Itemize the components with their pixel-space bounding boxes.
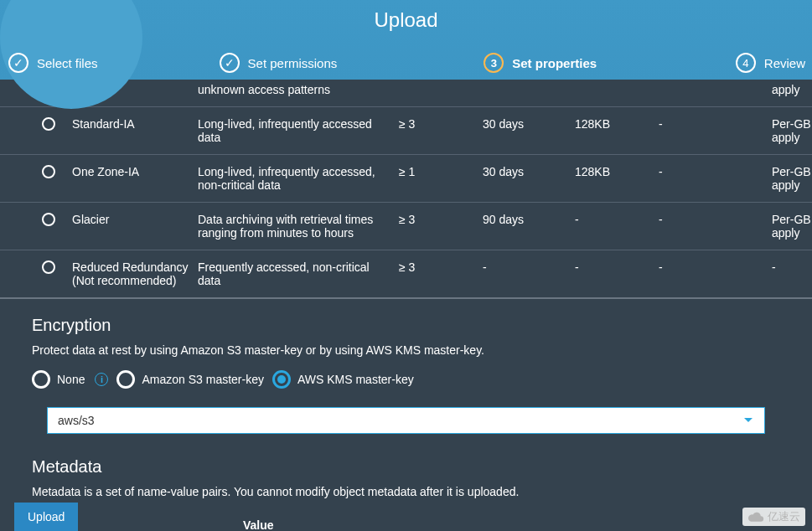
step-review[interactable]: 4 Review: [736, 53, 805, 73]
header: Upload Select files Set permissions 3 Se…: [0, 0, 812, 80]
storage-desc: Long-lived, infrequently accessed data: [198, 107, 399, 155]
encryption-s3[interactable]: Amazon S3 master-key: [116, 370, 264, 389]
storage-class-table: unknown access patterns apply Standard-I…: [0, 80, 812, 299]
storage-desc: Long-lived, infrequently accessed, non-c…: [198, 155, 399, 203]
step-number: 4: [736, 53, 756, 73]
step-select-files[interactable]: Select files: [8, 53, 98, 73]
info-icon[interactable]: i: [95, 373, 108, 386]
step-set-permissions[interactable]: Set permissions: [220, 53, 338, 73]
radio-icon: [32, 370, 50, 389]
watermark: 亿速云: [742, 508, 805, 526]
wizard-steps: Select files Set permissions 3 Set prope…: [0, 53, 812, 73]
option-label: AWS KMS master-key: [297, 373, 414, 386]
step-label: Select files: [37, 56, 98, 70]
step-label: Set permissions: [248, 56, 338, 70]
storage-name: One Zone-IA: [55, 155, 198, 203]
encryption-section: Encryption Protect data at rest by using…: [0, 299, 812, 434]
check-icon: [8, 53, 28, 73]
metadata-header-row: Header Value: [32, 512, 780, 531]
encryption-desc: Protect data at rest by using Amazon S3 …: [32, 343, 780, 357]
radio-icon[interactable]: [42, 165, 55, 178]
content-panel: unknown access patterns apply Standard-I…: [0, 80, 812, 531]
metadata-title: Metadata: [32, 457, 780, 477]
col-value: Value: [243, 518, 274, 531]
step-label: Set properties: [512, 56, 597, 70]
check-icon: [220, 53, 240, 73]
table-row[interactable]: Reduced Redundancy (Not recommended) Fre…: [0, 250, 812, 299]
step-set-properties[interactable]: 3 Set properties: [484, 53, 597, 73]
page-title: Upload: [0, 0, 812, 32]
metadata-section: Metadata Metadata is a set of name-value…: [0, 434, 812, 531]
storage-name: Glacier: [55, 203, 198, 250]
kms-key-dropdown[interactable]: aws/s3: [47, 407, 765, 434]
cloud-icon: [747, 511, 764, 523]
step-number: 3: [484, 53, 504, 73]
storage-name: Reduced Redundancy (Not recommended): [55, 250, 198, 299]
upload-button[interactable]: Upload: [14, 503, 78, 531]
storage-desc: Data archiving with retrieval times rang…: [198, 203, 399, 250]
dropdown-value: aws/s3: [58, 414, 95, 427]
encryption-none[interactable]: None i: [32, 370, 108, 389]
step-label: Review: [764, 56, 805, 70]
radio-icon[interactable]: [42, 213, 55, 226]
metadata-desc: Metadata is a set of name-value pairs. Y…: [32, 485, 780, 498]
option-label: Amazon S3 master-key: [142, 373, 264, 386]
radio-selected-icon: [272, 370, 291, 389]
radio-icon: [116, 370, 135, 389]
table-row[interactable]: Glacier Data archiving with retrieval ti…: [0, 203, 812, 250]
radio-icon[interactable]: [42, 117, 55, 131]
radio-icon[interactable]: [42, 260, 55, 274]
storage-name: Standard-IA: [55, 107, 198, 155]
option-label: None: [57, 373, 85, 386]
table-row[interactable]: One Zone-IA Long-lived, infrequently acc…: [0, 155, 812, 203]
encryption-title: Encryption: [32, 316, 780, 335]
table-row[interactable]: Standard-IA Long-lived, infrequently acc…: [0, 107, 812, 155]
encryption-options: None i Amazon S3 master-key AWS KMS mast…: [32, 370, 780, 389]
storage-desc: Frequently accessed, non-critical data: [198, 250, 399, 299]
storage-desc: unknown access patterns: [198, 80, 399, 107]
encryption-kms[interactable]: AWS KMS master-key: [272, 370, 414, 389]
